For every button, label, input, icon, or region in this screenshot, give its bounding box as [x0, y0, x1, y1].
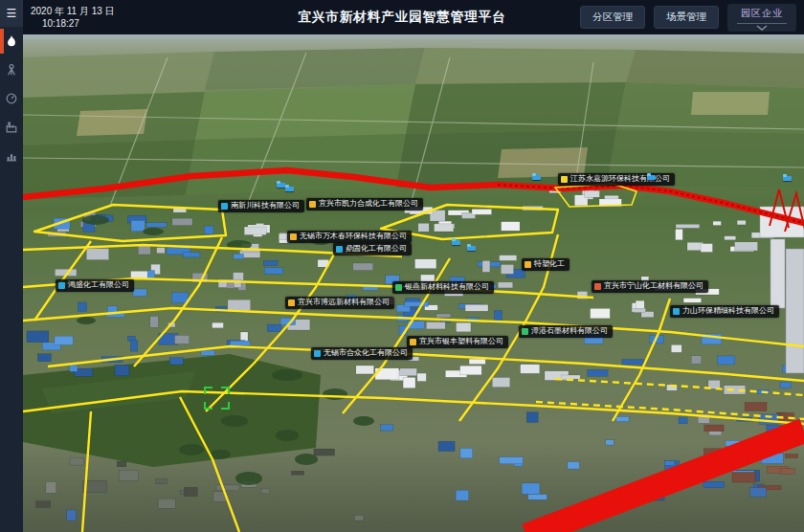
enterprise-dropdown[interactable]: 园区企业: [727, 4, 796, 32]
company-label-text: 潭港石墨材料有限公司: [531, 327, 608, 336]
company-marker-icon: [336, 246, 343, 253]
company-label-text: 无锡市万木春环保科技有限公司: [300, 233, 407, 241]
map-label[interactable]: 无锡市合众化工有限公司: [311, 347, 413, 360]
company-label-text: 宜兴市博远新材料有限公司: [298, 299, 390, 307]
company-marker-icon: [561, 176, 568, 183]
company-label-text: 鼎固化工有限公司: [346, 245, 407, 254]
company-marker-icon: [290, 233, 297, 240]
map-label[interactable]: 鼎固化工有限公司: [333, 243, 412, 255]
company-label-text: 宜兴市宁山化工材料有限公司: [604, 282, 704, 291]
company-label-text: 无锡市合众化工有限公司: [324, 349, 408, 358]
sidebar: ☰: [0, 0, 23, 532]
company-marker-icon: [673, 308, 680, 315]
selection-box: [204, 387, 230, 410]
dropdown-divider: [737, 23, 787, 24]
company-label-text: 银燕新材料科技有限公司: [405, 283, 489, 292]
chart-icon: [5, 149, 18, 163]
top-bar: 2020 年 11 月 13 日 10:18:27 宜兴市新材料产业园智慧管理平…: [0, 0, 804, 34]
application-window: 2020 年 11 月 13 日 10:18:27 宜兴市新材料产业园智慧管理平…: [0, 0, 804, 532]
datetime-display: 2020 年 11 月 13 日 10:18:27: [31, 5, 115, 31]
company-label-text: 宜兴市凯力合成化工有限公司: [319, 200, 418, 209]
sidebar-item-fire[interactable]: [0, 27, 23, 55]
map-label[interactable]: 宜兴市凯力合成化工有限公司: [306, 198, 423, 211]
company-label-text: 江苏永嘉源环保科技有限公司: [570, 175, 670, 184]
map-label[interactable]: 特塑化工: [522, 258, 570, 271]
map-label[interactable]: 无锡市万木春环保科技有限公司: [287, 231, 412, 243]
map-label[interactable]: 潭港石墨材料有限公司: [519, 325, 613, 338]
company-label-text: 南新川科技有限公司: [231, 202, 300, 211]
company-marker-icon: [594, 283, 601, 290]
map-label[interactable]: 江苏永嘉源环保科技有限公司: [558, 173, 675, 186]
company-marker-icon: [395, 284, 402, 291]
company-marker-icon: [309, 201, 316, 208]
factory-icon: [5, 121, 18, 134]
map-viewport[interactable]: 南新川科技有限公司宜兴市凯力合成化工有限公司无锡市万木春环保科技有限公司鼎固化工…: [23, 34, 804, 532]
sidebar-item-monitor[interactable]: [0, 84, 23, 113]
enterprise-dropdown-label: 园区企业: [741, 7, 783, 20]
company-marker-icon: [525, 261, 531, 268]
partition-manage-button[interactable]: 分区管理: [580, 6, 645, 29]
map-label[interactable]: 宜兴市银丰塑料有限公司: [407, 336, 508, 348]
map-label[interactable]: 宜兴市博远新材料有限公司: [285, 297, 394, 309]
gauge-icon: [5, 92, 18, 105]
chevron-down-icon: [756, 25, 768, 31]
map-label[interactable]: 银燕新材料科技有限公司: [392, 281, 494, 294]
company-label-text: 鸿盛化工有限公司: [68, 281, 129, 290]
company-marker-icon: [410, 339, 416, 345]
scene-manage-button[interactable]: 场景管理: [654, 6, 719, 29]
company-marker-icon: [221, 203, 228, 210]
sidebar-item-stats[interactable]: [0, 142, 23, 170]
map-label[interactable]: 鸿盛化工有限公司: [56, 279, 134, 292]
fire-icon: [5, 34, 18, 48]
company-label-text: 力山环保精细科技有限公司: [682, 307, 774, 316]
sidebar-item-factory[interactable]: [0, 113, 23, 142]
time-display: 10:18:27: [42, 17, 115, 31]
company-marker-icon: [522, 328, 528, 335]
header-actions: 分区管理 场景管理 园区企业: [580, 0, 796, 34]
map-label[interactable]: 南新川科技有限公司: [218, 200, 304, 212]
company-marker-icon: [58, 282, 65, 289]
menu-icon[interactable]: ☰: [0, 0, 23, 27]
company-label-text: 特塑化工: [534, 260, 565, 269]
map-label[interactable]: 力山环保精细科技有限公司: [670, 305, 779, 318]
sidebar-item-patrol[interactable]: [0, 55, 23, 84]
date-display: 2020 年 11 月 13 日: [31, 5, 115, 18]
company-marker-icon: [314, 350, 321, 357]
company-marker-icon: [288, 299, 295, 306]
person-icon: [5, 63, 18, 77]
company-label-text: 宜兴市银丰塑料有限公司: [419, 338, 503, 346]
field-patches: [23, 48, 804, 199]
map-label[interactable]: 宜兴市宁山化工材料有限公司: [592, 280, 708, 293]
